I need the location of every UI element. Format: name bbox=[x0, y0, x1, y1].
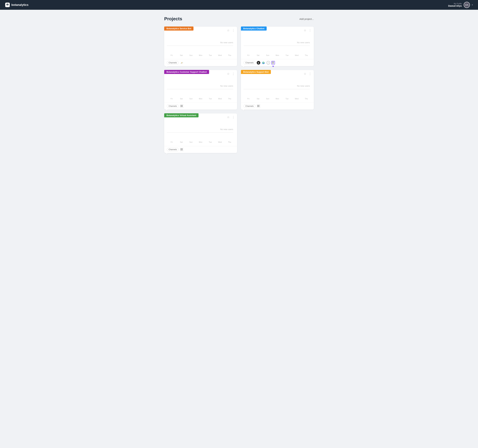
no-new-users-label: No new users bbox=[220, 85, 233, 87]
brand-name: botanalytics bbox=[11, 3, 28, 7]
svg-rect-9 bbox=[257, 105, 258, 106]
svg-rect-15 bbox=[181, 149, 182, 150]
more-options-button[interactable]: ⋮ bbox=[232, 72, 235, 76]
navbar: botanalytics My Profile Dawud Aliyu DA ▾ bbox=[0, 0, 478, 10]
add-project-button[interactable]: Add project... bbox=[300, 18, 314, 20]
svg-point-0 bbox=[7, 5, 8, 5]
card-body: No new users FriSatSunMonTueWedThu bbox=[241, 70, 314, 103]
project-tag: Botanalytics Chatbot bbox=[241, 26, 267, 31]
card-footer: Channelsb🌍○ bbox=[241, 59, 314, 66]
x-label: Mon bbox=[272, 98, 282, 100]
svg-rect-4 bbox=[273, 63, 274, 63]
chevron-down-icon: ▾ bbox=[472, 4, 473, 6]
no-new-users-label: No new users bbox=[220, 128, 233, 131]
x-label: Sun bbox=[186, 54, 196, 56]
svg-rect-13 bbox=[181, 149, 182, 149]
logo-icon bbox=[5, 3, 10, 7]
favorite-button[interactable]: ☆ bbox=[303, 72, 307, 76]
x-label: Sat bbox=[176, 54, 186, 56]
x-label: Tue bbox=[206, 98, 215, 100]
chart-area: No new users bbox=[244, 34, 311, 53]
grid-icon[interactable] bbox=[180, 148, 183, 151]
x-label: Tue bbox=[282, 98, 292, 100]
channels-label: Channels bbox=[244, 61, 255, 65]
bottom-arrow-inner bbox=[243, 66, 244, 68]
brand: botanalytics bbox=[5, 3, 28, 7]
more-options-button[interactable]: ⋮ bbox=[232, 28, 235, 32]
x-label: Wed bbox=[292, 54, 302, 56]
grid-icon[interactable] bbox=[271, 61, 275, 65]
saturn-icon: 🪐 bbox=[180, 61, 183, 65]
ring-icon: ○ bbox=[266, 61, 270, 65]
x-label: Tue bbox=[282, 54, 292, 56]
card-footer: Channels bbox=[164, 146, 237, 153]
more-options-button[interactable]: ⋮ bbox=[232, 115, 235, 119]
profile-label: My Profile bbox=[454, 3, 462, 5]
x-axis: FriSatSunMonTueWedThu bbox=[244, 53, 311, 56]
chart-area: No new users bbox=[167, 121, 234, 140]
planet-icon: 🌍 bbox=[262, 61, 265, 65]
svg-rect-5 bbox=[181, 105, 182, 106]
project-card: Botanalytics Service Bot ☆ ⋮ No new user… bbox=[164, 27, 237, 66]
x-label: Tue bbox=[206, 54, 215, 56]
more-options-button[interactable]: ⋮ bbox=[308, 72, 312, 76]
x-label: Mon bbox=[196, 54, 205, 56]
channels-label: Channels bbox=[167, 104, 179, 108]
bottom-arrow-inner bbox=[243, 110, 244, 111]
x-label: Wed bbox=[292, 98, 302, 100]
x-label: Thu bbox=[225, 54, 234, 56]
no-new-users-label: No new users bbox=[220, 41, 233, 44]
project-card: Botanalytics Virtual Assistant ☆ ⋮ No ne… bbox=[164, 113, 237, 153]
x-label: Thu bbox=[302, 54, 311, 56]
x-label: Sat bbox=[253, 98, 263, 100]
x-axis: FriSatSunMonTueWedThu bbox=[167, 53, 234, 56]
favorite-button[interactable]: ☆ bbox=[303, 28, 307, 32]
svg-rect-8 bbox=[182, 106, 182, 107]
x-label: Sat bbox=[176, 98, 186, 100]
channels-label: Channels bbox=[244, 104, 255, 108]
x-axis: FriSatSunMonTueWedThu bbox=[244, 97, 311, 100]
x-label: Thu bbox=[225, 141, 234, 143]
card-footer: Channels🪐 bbox=[164, 59, 237, 66]
card-actions: ☆ ⋮ bbox=[303, 72, 312, 76]
x-label: Mon bbox=[196, 98, 205, 100]
avatar: DA bbox=[464, 2, 470, 8]
card-body: No new users FriSatSunMonTueWedThu bbox=[164, 113, 237, 146]
favorite-button[interactable]: ☆ bbox=[227, 72, 230, 76]
card-footer: Channels bbox=[164, 103, 237, 110]
profile-name: Dawud Aliyu bbox=[448, 5, 462, 7]
channels-label: Channels bbox=[167, 61, 179, 65]
grid-icon[interactable] bbox=[180, 104, 183, 108]
x-label: Tue bbox=[206, 141, 215, 143]
x-label: Sun bbox=[263, 98, 272, 100]
projects-grid: Botanalytics Service Bot ☆ ⋮ No new user… bbox=[164, 27, 314, 153]
more-options-button[interactable]: ⋮ bbox=[308, 28, 312, 32]
x-label: Sun bbox=[263, 54, 272, 56]
project-card: Botanalytics Chatbot ☆ ⋮ No new users Fr… bbox=[241, 27, 314, 66]
grid-icon[interactable] bbox=[257, 104, 260, 108]
project-tag: Botanalytics Virtual Assistant bbox=[164, 113, 199, 117]
x-label: Fri bbox=[244, 98, 253, 100]
x-label: Thu bbox=[225, 98, 234, 100]
bottom-arrow-inner bbox=[166, 66, 167, 68]
svg-rect-7 bbox=[181, 106, 182, 107]
no-new-users-label: No new users bbox=[297, 41, 310, 44]
svg-rect-12 bbox=[258, 106, 259, 107]
x-axis: FriSatSunMonTueWedThu bbox=[167, 97, 234, 100]
profile-menu[interactable]: My Profile Dawud Aliyu DA ▾ bbox=[448, 2, 473, 8]
x-label: Wed bbox=[215, 98, 225, 100]
chart-line bbox=[167, 46, 233, 46]
card-actions: ☆ ⋮ bbox=[303, 28, 312, 32]
card-footer: Channels bbox=[241, 103, 314, 110]
x-label: Mon bbox=[196, 141, 205, 143]
page-title: Projects bbox=[164, 16, 182, 21]
x-label: Sat bbox=[253, 54, 263, 56]
x-label: Sun bbox=[186, 141, 196, 143]
favorite-button[interactable]: ☆ bbox=[227, 28, 230, 32]
no-new-users-label: No new users bbox=[297, 85, 310, 87]
tooltip-arrow bbox=[272, 66, 274, 67]
bottom-arrow-inner bbox=[166, 153, 167, 154]
card-body: No new users FriSatSunMonTueWedThu bbox=[241, 27, 314, 59]
card-actions: ☆ ⋮ bbox=[227, 28, 235, 32]
favorite-button[interactable]: ☆ bbox=[227, 115, 230, 119]
